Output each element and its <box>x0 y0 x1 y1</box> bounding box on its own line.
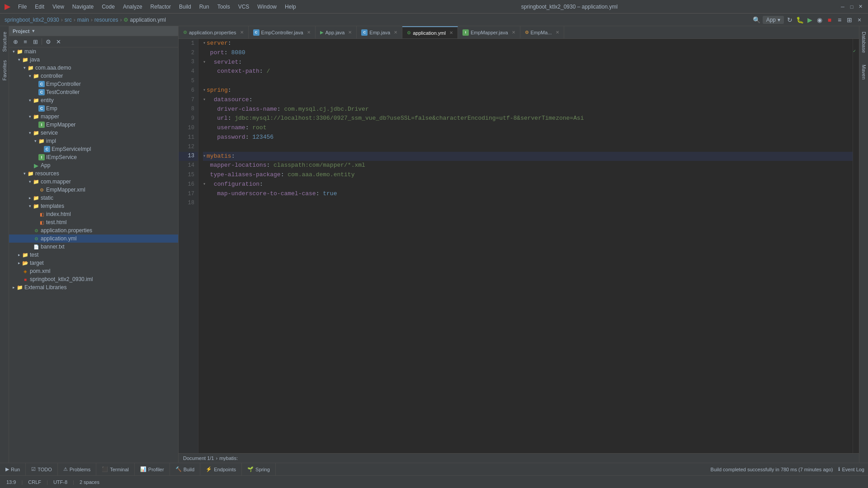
tree-node-pom-xml[interactable]: ◈pom.xml <box>9 267 178 275</box>
tree-node-test[interactable]: ▸📁test <box>9 251 178 259</box>
menu-code[interactable]: Code <box>98 3 118 11</box>
tree-node-test-html[interactable]: ◧test.html <box>9 218 178 226</box>
more-options-icon[interactable]: ■ <box>826 16 834 24</box>
coverage-icon[interactable]: ◉ <box>816 16 824 24</box>
tree-node-com-mapper[interactable]: ▾📁com.mapper <box>9 178 178 186</box>
search-everywhere-icon[interactable]: 🔍 <box>753 16 761 24</box>
menu-run[interactable]: Run <box>196 3 213 11</box>
layout-icon[interactable]: ⊞ <box>845 16 854 24</box>
collapse-all-button[interactable]: ≡ <box>21 37 30 46</box>
breadcrumb-project[interactable]: springboot_ktlx2_0930 <box>5 17 59 23</box>
tab-App.java[interactable]: ▶App.java✕ <box>316 26 357 39</box>
tree-node-EmpMapper-xml[interactable]: ⚙EmpMapper.xml <box>9 186 178 194</box>
tree-node-entity[interactable]: ▾📁entity <box>9 96 178 104</box>
tree-node-TestController[interactable]: CTestController <box>9 88 178 96</box>
tree-node-App[interactable]: ▶App <box>9 161 178 169</box>
tab-close-EmpMa...[interactable]: ✕ <box>556 30 559 35</box>
tab-close-application.properties[interactable]: ✕ <box>240 30 244 35</box>
code-editor[interactable]: 123456789101112131415161718 ▾server: por… <box>179 39 859 453</box>
debug-icon[interactable]: 🐛 <box>796 16 804 24</box>
event-log-button[interactable]: ℹ Event Log <box>838 466 868 472</box>
menu-tools[interactable]: Tools <box>214 3 234 11</box>
favorites-tab[interactable]: Favorites <box>1 56 8 84</box>
tree-node-EmpMapper[interactable]: IEmpMapper <box>9 121 178 129</box>
fold-arrow-16[interactable]: ▾ <box>203 181 206 188</box>
menu-build[interactable]: Build <box>175 3 195 11</box>
menu-help[interactable]: Help <box>281 3 300 11</box>
menu-window[interactable]: Window <box>254 3 280 11</box>
app-dropdown[interactable]: App ▾ <box>763 16 784 24</box>
charset[interactable]: UTF-8 <box>52 479 69 485</box>
tab-close-EmpController.java[interactable]: ✕ <box>307 30 311 35</box>
close-button[interactable]: ✕ <box>857 3 864 10</box>
line-ending[interactable]: CRLF <box>26 479 43 485</box>
tree-node-mapper[interactable]: ▾📁mapper <box>9 113 178 121</box>
tab-close-application.yml[interactable]: ✕ <box>449 30 453 35</box>
minimize-button[interactable]: ─ <box>839 3 846 10</box>
tree-node-resources[interactable]: ▾📁resources <box>9 169 178 178</box>
tree-node-impl[interactable]: ▾📁impl <box>9 137 178 145</box>
fold-arrow-7[interactable]: ▾ <box>203 96 206 103</box>
bottom-tab-todo[interactable]: ☑TODO <box>26 463 58 476</box>
tab-close-EmpMapper.java[interactable]: ✕ <box>512 30 515 35</box>
indent-setting[interactable]: 2 spaces <box>78 479 101 485</box>
close-sidebar-button[interactable]: ✕ <box>54 37 63 46</box>
more-icon[interactable]: ≡ <box>835 16 844 24</box>
bottom-tab-terminal[interactable]: ⬛Terminal <box>96 463 135 476</box>
tree-node-IEmpService[interactable]: IIEmpService <box>9 153 178 161</box>
breadcrumb-resources[interactable]: resources <box>94 17 118 23</box>
run-config-icon[interactable]: ▶ <box>806 16 814 24</box>
database-tab[interactable]: Database <box>860 28 868 56</box>
menu-vcs[interactable]: VCS <box>235 3 253 11</box>
breadcrumb-main[interactable]: main <box>77 17 89 23</box>
maximize-button[interactable]: □ <box>848 3 855 10</box>
tab-EmpMa...[interactable]: ⚙EmpMa...✕ <box>520 26 564 39</box>
tab-Emp.java[interactable]: CEmp.java✕ <box>357 26 402 39</box>
tree-node-application-properties[interactable]: ⚙application.properties <box>9 226 178 235</box>
fold-arrow-1[interactable]: ▾ <box>203 40 206 47</box>
menu-edit[interactable]: Edit <box>31 3 48 11</box>
tree-node-static[interactable]: ▸📁static <box>9 194 178 202</box>
tree-node-application-yml[interactable]: ⚙application.yml <box>9 235 178 243</box>
tree-node-Emp[interactable]: CEmp <box>9 104 178 113</box>
menu-view[interactable]: View <box>49 3 68 11</box>
bottom-tab-spring[interactable]: 🌱Spring <box>242 463 276 476</box>
refresh-icon[interactable]: ↻ <box>786 16 794 24</box>
bottom-tab-profiler[interactable]: 📊Profiler <box>135 463 170 476</box>
bottom-tab-run[interactable]: ▶Run <box>0 463 26 476</box>
menu-navigate[interactable]: Navigate <box>69 3 97 11</box>
tree-node-External-Libraries[interactable]: ▸📁External Libraries <box>9 283 178 291</box>
menu-refactor[interactable]: Refactor <box>147 3 175 11</box>
tab-application.yml[interactable]: ⚙application.yml✕ <box>402 26 458 39</box>
structure-tab[interactable]: Structure <box>1 28 8 56</box>
maven-tab[interactable]: Maven <box>860 61 868 83</box>
tree-node-index-html[interactable]: ◧index.html <box>9 210 178 218</box>
close-layout-icon[interactable]: × <box>855 16 863 24</box>
tree-node-springboot-ktlx2-0930-iml[interactable]: ■springboot_ktlx2_0930.iml <box>9 275 178 283</box>
tree-node-target[interactable]: ▸📂target <box>9 259 178 267</box>
tree-node-EmpController[interactable]: CEmpController <box>9 80 178 88</box>
tree-node-templates[interactable]: ▾📁templates <box>9 202 178 210</box>
locate-file-button[interactable]: ⊕ <box>11 37 20 46</box>
fold-arrow-6[interactable]: ▾ <box>203 87 206 94</box>
code-content[interactable]: ▾server: port: 8080▾ servlet: context-pa… <box>198 39 853 453</box>
tree-node-service[interactable]: ▾📁service <box>9 129 178 137</box>
menu-analyze[interactable]: Analyze <box>119 3 146 11</box>
tab-close-App.java[interactable]: ✕ <box>348 30 352 35</box>
tree-node-banner-txt[interactable]: 📄banner.txt <box>9 243 178 251</box>
cursor-position[interactable]: 13:9 <box>5 479 18 485</box>
tree-node-EmpServiceImpl[interactable]: CEmpServiceImpl <box>9 145 178 153</box>
bottom-tab-endpoints[interactable]: ⚡Endpoints <box>200 463 242 476</box>
settings-button[interactable]: ⚙ <box>44 37 53 46</box>
tree-node-controller[interactable]: ▾📁controller <box>9 72 178 80</box>
fold-arrow-3[interactable]: ▾ <box>203 59 206 66</box>
tab-EmpMapper.java[interactable]: IEmpMapper.java✕ <box>458 26 520 39</box>
bottom-tab-problems[interactable]: ⚠Problems <box>58 463 96 476</box>
tab-application.properties[interactable]: ⚙application.properties✕ <box>179 26 249 39</box>
tree-node-java[interactable]: ▾📁java <box>9 56 178 64</box>
expand-all-button[interactable]: ⊞ <box>31 37 40 46</box>
menu-file[interactable]: File <box>14 3 30 11</box>
tree-node-com-aaa-demo[interactable]: ▾📁com.aaa.demo <box>9 64 178 72</box>
tree-node-main[interactable]: ▾📁main <box>9 47 178 56</box>
dropdown-chevron[interactable]: ▾ <box>32 28 35 34</box>
